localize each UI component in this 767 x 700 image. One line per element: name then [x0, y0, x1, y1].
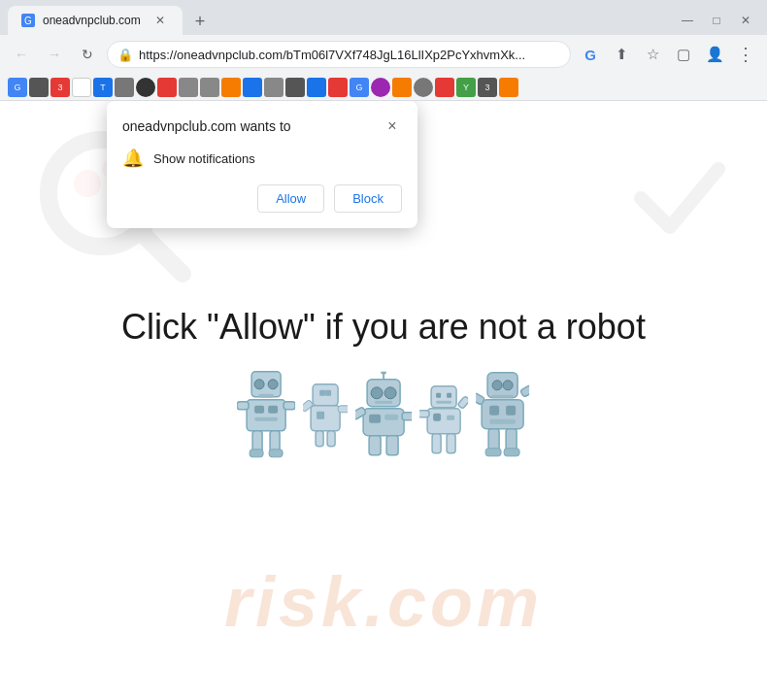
svg-rect-25 [316, 430, 323, 446]
menu-icon[interactable]: ⋮ [732, 41, 759, 68]
popup-buttons: Allow Block [122, 184, 402, 213]
svg-rect-47 [419, 410, 429, 417]
back-button[interactable]: ← [8, 41, 35, 68]
svg-rect-20 [325, 389, 331, 395]
tab-label: oneadvnpclub.com [43, 14, 141, 27]
robot-2 [303, 376, 348, 453]
captcha-message: Click "Allow" if you are not a robot [121, 306, 646, 347]
page-main-content: Click "Allow" if you are not a robot [121, 306, 646, 463]
extension-icon-16[interactable] [328, 78, 348, 97]
svg-point-52 [492, 380, 502, 389]
svg-rect-55 [482, 399, 523, 428]
svg-rect-40 [431, 385, 456, 407]
refresh-button[interactable]: ↻ [74, 41, 101, 68]
block-button[interactable]: Block [334, 184, 402, 213]
extensions-row: G 3 🛡 T G Y 3 [0, 74, 767, 101]
tab-favicon: G [21, 14, 35, 27]
extension-icon-24[interactable] [499, 78, 518, 97]
svg-rect-46 [447, 415, 454, 419]
address-text: https://oneadvnpclub.com/bTm06l7VXf748Jg… [139, 48, 560, 62]
address-bar[interactable]: 🔒 https://oneadvnpclub.com/bTm06l7VXf748… [107, 41, 571, 68]
svg-rect-32 [375, 400, 392, 403]
svg-rect-12 [237, 401, 249, 409]
svg-rect-63 [485, 448, 501, 455]
extension-icon-12[interactable] [243, 78, 262, 97]
notification-popup: oneadvnpclub.com wants to × 🔔 Show notif… [107, 101, 417, 228]
svg-rect-35 [384, 414, 398, 419]
account-icon[interactable]: 👤 [701, 41, 728, 68]
extension-icon-13[interactable] [264, 78, 283, 97]
svg-rect-54 [491, 394, 514, 397]
svg-rect-38 [369, 435, 381, 454]
svg-rect-11 [254, 417, 278, 420]
share-icon[interactable]: ⬆ [608, 41, 635, 68]
svg-rect-24 [338, 405, 348, 412]
svg-rect-50 [447, 433, 455, 452]
extension-icon-10[interactable] [200, 78, 219, 97]
svg-rect-19 [319, 389, 325, 395]
close-button[interactable]: ✕ [732, 10, 759, 31]
extension-icon-2[interactable] [29, 78, 49, 97]
window-controls: — □ ✕ [674, 10, 759, 35]
bookmark-icon[interactable]: ☆ [639, 41, 666, 68]
extension-icon-22[interactable]: Y [456, 78, 476, 97]
tab-bar: G oneadvnpclub.com ✕ + — □ ✕ [0, 0, 767, 35]
svg-rect-9 [254, 405, 264, 413]
extension-icon-11[interactable] [221, 78, 241, 97]
maximize-button[interactable]: □ [703, 10, 730, 31]
robot-1 [237, 366, 295, 463]
extension-icon-20[interactable] [414, 78, 433, 97]
svg-point-2 [74, 170, 101, 197]
svg-rect-22 [317, 411, 324, 418]
notification-label: Show notifications [153, 151, 255, 166]
svg-rect-43 [436, 400, 451, 403]
extension-icon-14[interactable] [285, 78, 305, 97]
svg-point-5 [254, 379, 264, 388]
extension-icon-9[interactable] [179, 78, 198, 97]
robot-3 [355, 371, 412, 463]
svg-line-1 [141, 232, 183, 274]
extension-icon-19[interactable] [392, 78, 412, 97]
forward-button[interactable]: → [41, 41, 68, 68]
svg-rect-64 [504, 448, 519, 455]
extension-icon-18[interactable] [371, 78, 390, 97]
svg-rect-58 [489, 418, 516, 423]
watermark-text: risk.com [224, 562, 543, 642]
svg-rect-8 [247, 399, 285, 430]
new-tab-button[interactable]: + [186, 8, 214, 35]
popup-notification-row: 🔔 Show notifications [122, 148, 402, 169]
svg-point-30 [371, 386, 383, 398]
extension-icon-8[interactable] [157, 78, 177, 97]
svg-rect-60 [520, 384, 529, 397]
tab-search-icon[interactable]: ▢ [670, 41, 697, 68]
chrome-window: G oneadvnpclub.com ✕ + — □ ✕ ← → ↻ [0, 0, 767, 700]
svg-rect-16 [250, 449, 263, 456]
popup-close-button[interactable]: × [383, 117, 402, 136]
svg-rect-37 [402, 412, 412, 419]
extension-icon-5[interactable]: T [93, 78, 113, 97]
allow-button[interactable]: Allow [257, 184, 324, 213]
robot-5 [476, 368, 529, 463]
minimize-button[interactable]: — [674, 10, 701, 31]
lock-icon: 🔒 [117, 48, 133, 62]
extension-icon-1[interactable]: G [8, 78, 27, 97]
toolbar-icons: G ⬆ ☆ ▢ 👤 ⋮ [577, 41, 759, 68]
extension-icon-4[interactable]: 🛡 [72, 78, 91, 97]
checkmark-watermark [621, 140, 738, 256]
extension-icon-23[interactable]: 3 [478, 78, 497, 97]
extension-icon-3[interactable]: 3 [50, 78, 70, 97]
extension-icon-15[interactable] [307, 78, 326, 97]
extension-icon-6[interactable] [115, 78, 134, 97]
extension-icon-21[interactable] [435, 78, 454, 97]
extension-icon-17[interactable]: G [350, 78, 369, 97]
tab-close-button[interactable]: ✕ [151, 12, 169, 29]
active-tab[interactable]: G oneadvnpclub.com ✕ [8, 6, 183, 35]
page-content: risk.com Click "Allow" if you are not a … [0, 101, 767, 700]
svg-rect-56 [489, 405, 499, 415]
chrome-extension-icon[interactable]: G [577, 41, 604, 68]
svg-rect-13 [283, 401, 295, 409]
extension-icon-7[interactable] [136, 78, 155, 97]
svg-rect-10 [268, 405, 278, 413]
robot-4 [419, 381, 468, 463]
svg-point-28 [381, 371, 386, 374]
